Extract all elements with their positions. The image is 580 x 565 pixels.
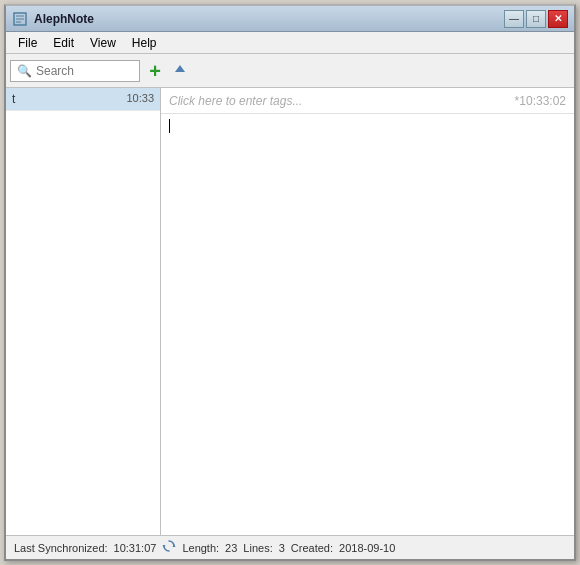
sync-button[interactable] <box>170 61 190 81</box>
title-buttons: — □ ✕ <box>504 10 568 28</box>
length-label: Length: <box>182 542 219 554</box>
created-label: Created: <box>291 542 333 554</box>
svg-marker-4 <box>175 65 185 72</box>
tags-placeholder[interactable]: Click here to enter tags... <box>169 94 302 108</box>
title-bar: AlephNote — □ ✕ <box>6 6 574 32</box>
note-item-time: 10:33 <box>126 92 154 104</box>
menu-bar: File Edit View Help <box>6 32 574 54</box>
menu-help[interactable]: Help <box>124 34 165 52</box>
menu-view[interactable]: View <box>82 34 124 52</box>
svg-marker-6 <box>163 545 166 548</box>
text-cursor <box>169 119 170 133</box>
sync-label: Last Synchronized: <box>14 542 108 554</box>
maximize-button[interactable]: □ <box>526 10 546 28</box>
note-item-title: t <box>12 92 15 106</box>
note-list-item[interactable]: t 10:33 <box>6 88 160 111</box>
search-icon: 🔍 <box>17 64 32 78</box>
note-content-area[interactable] <box>161 114 574 535</box>
close-button[interactable]: ✕ <box>548 10 568 28</box>
menu-edit[interactable]: Edit <box>45 34 82 52</box>
main-window: AlephNote — □ ✕ File Edit View Help 🔍 + <box>4 4 576 561</box>
minimize-button[interactable]: — <box>504 10 524 28</box>
note-timestamp: *10:33:02 <box>515 94 566 108</box>
menu-file[interactable]: File <box>10 34 45 52</box>
note-editor: Click here to enter tags... *10:33:02 <box>161 88 574 535</box>
note-tags-bar: Click here to enter tags... *10:33:02 <box>161 88 574 114</box>
sync-status-icon <box>162 539 176 556</box>
title-bar-left: AlephNote <box>12 11 94 27</box>
created-value: 2018-09-10 <box>339 542 395 554</box>
length-value: 23 <box>225 542 237 554</box>
add-note-button[interactable]: + <box>144 60 166 82</box>
status-bar: Last Synchronized: 10:31:07 Length: 23 L… <box>6 535 574 559</box>
lines-value: 3 <box>279 542 285 554</box>
search-input[interactable] <box>36 64 116 78</box>
app-icon <box>12 11 28 27</box>
window-title: AlephNote <box>34 12 94 26</box>
sync-arrows-icon <box>162 539 176 553</box>
main-area: t 10:33 Click here to enter tags... *10:… <box>6 88 574 535</box>
search-box: 🔍 <box>10 60 140 82</box>
toolbar: 🔍 + <box>6 54 574 88</box>
svg-marker-5 <box>173 544 176 547</box>
sync-icon <box>172 63 188 79</box>
sync-time: 10:31:07 <box>114 542 157 554</box>
note-list: t 10:33 <box>6 88 161 535</box>
lines-label: Lines: <box>243 542 272 554</box>
